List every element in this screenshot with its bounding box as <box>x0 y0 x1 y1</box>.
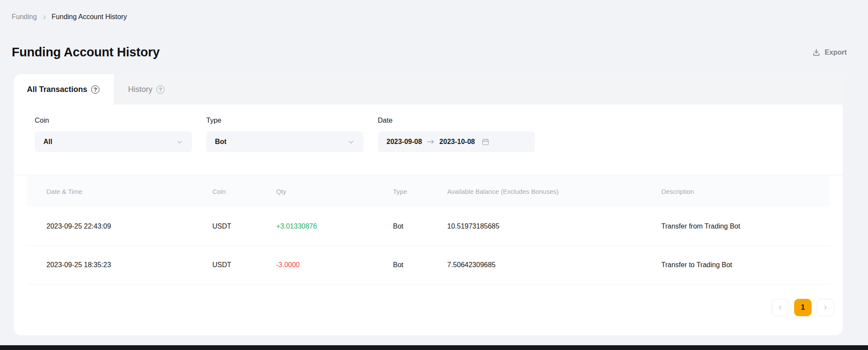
cell-datetime: 2023-09-25 18:35:23 <box>27 261 212 269</box>
table-header-row: Date & Time Coin Qty Type Available Bala… <box>27 175 830 207</box>
date-range-picker[interactable]: 2023-09-08 2023-10-08 <box>378 131 535 152</box>
filters-row: Coin All Type Bot <box>14 105 843 152</box>
column-header-type: Type <box>393 188 447 195</box>
cell-description: Transfer from Trading Bot <box>661 222 830 230</box>
date-start-value: 2023-09-08 <box>386 138 422 146</box>
cell-qty: -3.0000 <box>276 261 393 269</box>
cell-description: Transfer to Trading Bot <box>661 261 830 269</box>
type-filter-label: Type <box>206 117 363 124</box>
cell-type: Bot <box>393 222 447 230</box>
page-title: Funding Account History <box>12 45 160 59</box>
pagination-prev-button[interactable] <box>772 299 789 316</box>
pagination-next-button[interactable] <box>817 299 834 316</box>
pagination-page-1[interactable]: 1 <box>794 299 812 316</box>
cell-datetime: 2023-09-25 22:43:09 <box>27 222 212 230</box>
cell-balance: 7.50642309685 <box>447 261 661 269</box>
footer-dark-bar <box>0 345 868 350</box>
cell-coin: USDT <box>212 222 276 230</box>
coin-select[interactable]: All <box>35 131 192 152</box>
tab-bar: All Transactions History <box>14 74 843 105</box>
funding-history-page: Funding Funding Account History Funding … <box>0 0 868 335</box>
type-select[interactable]: Bot <box>206 131 363 152</box>
coin-select-value: All <box>43 138 176 146</box>
export-button[interactable]: Export <box>812 48 847 57</box>
coin-filter-label: Coin <box>35 117 192 124</box>
tab-history[interactable]: History <box>114 74 180 105</box>
cell-qty: +3.01330876 <box>276 222 393 230</box>
chevron-down-icon <box>347 138 355 146</box>
pagination: 1 <box>14 299 834 316</box>
breadcrumb-item-funding[interactable]: Funding <box>12 13 37 21</box>
card-body: Coin All Type Bot <box>14 105 843 335</box>
breadcrumb: Funding Funding Account History <box>0 0 868 21</box>
tab-label: History <box>128 85 152 94</box>
download-icon <box>812 48 821 57</box>
transactions-table: Date & Time Coin Qty Type Available Bala… <box>27 175 830 285</box>
date-end-value: 2023-10-08 <box>439 138 475 146</box>
type-filter: Type Bot <box>206 117 363 152</box>
history-card: All Transactions History Coin All <box>14 74 843 335</box>
cell-balance: 10.51973185685 <box>447 222 661 230</box>
column-header-coin: Coin <box>212 188 276 195</box>
chevron-left-icon <box>777 304 784 311</box>
column-header-datetime: Date & Time <box>27 188 212 195</box>
column-header-qty: Qty <box>276 188 393 195</box>
date-filter: Date 2023-09-08 2023-10-08 <box>378 117 535 152</box>
cell-type: Bot <box>393 261 447 269</box>
chevron-down-icon <box>176 138 183 146</box>
date-filter-label: Date <box>378 117 535 124</box>
coin-filter: Coin All <box>35 117 192 152</box>
column-header-balance: Available Balance (Excludes Bonuses) <box>447 188 661 195</box>
help-icon[interactable] <box>156 85 165 94</box>
chevron-right-icon <box>822 304 829 311</box>
chevron-right-icon <box>41 14 47 20</box>
title-row: Funding Account History Export <box>12 45 847 59</box>
breadcrumb-item-current: Funding Account History <box>52 13 127 21</box>
calendar-icon[interactable] <box>481 137 490 146</box>
type-select-value: Bot <box>215 138 347 146</box>
table-row: 2023-09-25 18:35:23 USDT -3.0000 Bot 7.5… <box>27 246 830 285</box>
column-header-description: Description <box>661 188 830 195</box>
tab-all-transactions[interactable]: All Transactions <box>14 74 114 105</box>
table-row: 2023-09-25 22:43:09 USDT +3.01330876 Bot… <box>27 207 830 246</box>
cell-coin: USDT <box>212 261 276 269</box>
arrow-right-icon <box>426 139 435 145</box>
export-label: Export <box>825 49 847 56</box>
help-icon[interactable] <box>91 85 99 94</box>
tab-label: All Transactions <box>27 85 87 94</box>
